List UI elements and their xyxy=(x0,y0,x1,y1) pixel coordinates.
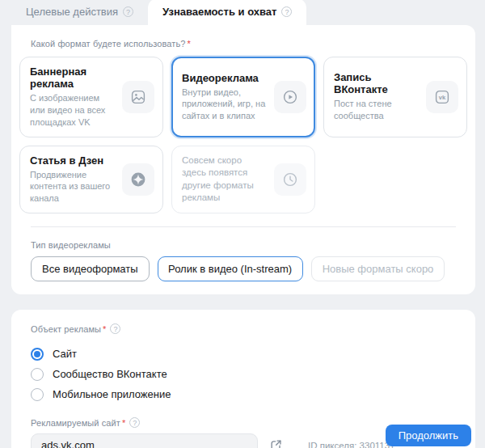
tab-awareness-reach[interactable]: Узнаваемость и охват xyxy=(148,0,306,25)
pixel-id-text: ID пикселя: 3301131 xyxy=(308,441,395,448)
chip-all-video-formats[interactable]: Все видеоформаты xyxy=(31,256,150,281)
format-card-text: Видеореклама Внутри видео, приложений, и… xyxy=(182,72,268,123)
format-card-video[interactable]: Видеореклама Внутри видео, приложений, и… xyxy=(171,57,315,137)
format-card-description: Продвижение контента из вашего канала xyxy=(30,169,116,205)
format-card-description: Пост на стене сообщества xyxy=(334,98,420,122)
format-card-title: Статья в Дзен xyxy=(30,154,116,167)
clock-icon xyxy=(274,163,306,196)
play-icon xyxy=(274,81,306,113)
format-card-title: Запись ВКонтакте xyxy=(334,71,420,95)
format-card-dzen[interactable]: Статья в Дзен Продвижение контента из ва… xyxy=(19,146,163,214)
radio-dot xyxy=(31,348,44,361)
format-question-label: Какой формат будете использовать?* xyxy=(31,39,467,49)
format-card-banner[interactable]: Баннерная реклама С изображением или вид… xyxy=(19,57,163,137)
external-link-icon[interactable] xyxy=(269,438,283,448)
radio-label: Сайт xyxy=(53,348,77,360)
format-card-text: Запись ВКонтакте Пост на стене сообществ… xyxy=(334,71,420,122)
help-icon[interactable] xyxy=(123,6,133,17)
format-panel: Какой формат будете использовать?* Банне… xyxy=(11,25,475,294)
radio-label: Сообщество ВКонтакте xyxy=(53,368,167,380)
site-url-input[interactable] xyxy=(31,433,258,448)
format-card-description: Совсем скоро здесь появятся другие форма… xyxy=(182,154,268,205)
help-icon[interactable] xyxy=(110,323,120,334)
radio-mobile-app[interactable]: Мобильное приложение xyxy=(31,384,467,404)
format-card-coming-soon: Совсем скоро здесь появятся другие форма… xyxy=(171,146,315,214)
tab-bar: Целевые действия Узнаваемость и охват xyxy=(0,0,485,25)
format-card-vk-post[interactable]: Запись ВКонтакте Пост на стене сообществ… xyxy=(323,57,467,137)
format-card-description: С изображением или видео на всех площадк… xyxy=(30,92,116,129)
tab-target-actions[interactable]: Целевые действия xyxy=(11,0,148,25)
svg-text:vk: vk xyxy=(439,94,446,101)
ad-object-radios: Сайт Сообщество ВКонтакте Мобильное прил… xyxy=(31,344,467,404)
format-card-text: Статья в Дзен Продвижение контента из ва… xyxy=(30,154,116,205)
radio-vk-community[interactable]: Сообщество ВКонтакте xyxy=(31,364,467,384)
video-type-chips: Все видеоформаты Ролик в видео (In-strea… xyxy=(31,256,467,281)
section-divider xyxy=(31,226,456,227)
format-card-text: Совсем скоро здесь появятся другие форма… xyxy=(182,154,268,205)
radio-site[interactable]: Сайт xyxy=(31,344,467,364)
continue-button[interactable]: Продолжить xyxy=(386,425,471,446)
radio-label: Мобильное приложение xyxy=(53,388,171,400)
format-card-title: Баннерная реклама xyxy=(30,66,116,90)
radio-dot xyxy=(31,368,44,381)
ad-object-label: Объект рекламы* xyxy=(31,323,467,334)
help-icon[interactable] xyxy=(129,417,140,428)
vk-icon: vk xyxy=(426,81,458,113)
radio-dot xyxy=(31,388,44,401)
format-card-title: Видеореклама xyxy=(182,72,268,84)
video-type-label: Тип видеорекламы xyxy=(31,240,467,250)
format-cards-grid: Баннерная реклама С изображением или вид… xyxy=(19,57,467,213)
tab-label: Узнаваемость и охват xyxy=(162,6,276,18)
tab-label: Целевые действия xyxy=(26,6,118,18)
chip-new-formats-soon: Новые форматы скоро xyxy=(311,256,445,281)
help-icon[interactable] xyxy=(281,6,292,17)
dzen-icon xyxy=(122,163,154,196)
image-icon xyxy=(122,81,154,113)
format-card-description: Внутри видео, приложений, игр, на сайтах… xyxy=(182,87,268,123)
chip-instream[interactable]: Ролик в видео (In-stream) xyxy=(158,256,303,281)
format-card-text: Баннерная реклама С изображением или вид… xyxy=(30,66,116,129)
